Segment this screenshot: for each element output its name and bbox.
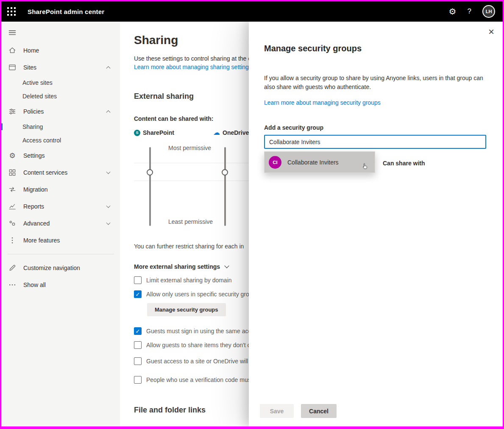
suggestion-name: Collaborate Inviters (287, 159, 339, 166)
sidebar-divider (7, 254, 114, 254)
least-permissive-label: Least permissive (168, 218, 213, 225)
more-features-icon (8, 236, 17, 245)
suggestion-callout: CI Collaborate Inviters (264, 151, 375, 173)
onedrive-icon: ☁ (213, 129, 220, 136)
sidebar-item-label: Active sites (22, 79, 53, 86)
sharepoint-column-header: S SharePoint (134, 129, 213, 136)
policies-icon (8, 107, 17, 116)
sidebar-item-label: Migration (23, 186, 48, 193)
checkbox[interactable] (134, 276, 142, 284)
panel-title: Manage security groups (264, 44, 487, 53)
product-label: SharePoint (143, 129, 174, 136)
group-avatar: CI (269, 156, 281, 169)
chevron-down-icon[interactable] (106, 221, 111, 225)
checkbox-label: Guests must sign in using the same acco (146, 328, 254, 334)
product-label: OneDrive (223, 129, 249, 136)
hamburger-menu-icon[interactable] (2, 23, 22, 42)
settings-gear-icon[interactable]: ⚙ (449, 7, 457, 16)
suggestion-item-collaborate-inviters[interactable]: CI Collaborate Inviters (265, 152, 375, 173)
panel-footer: Save Cancel (260, 404, 337, 418)
sidebar-item-content-services[interactable]: Content services (1, 164, 120, 181)
checkbox-label: Limit external sharing by domain (146, 277, 232, 284)
home-icon (8, 46, 17, 55)
top-bar-actions: ⚙ ? LH (449, 5, 495, 18)
chevron-down-icon[interactable] (106, 170, 111, 174)
more-settings-label: More external sharing settings (134, 263, 220, 270)
checkbox-label: Guest access to a site or OneDrive will … (146, 358, 253, 365)
sidebar-item-label: Sharing (22, 123, 43, 130)
sidebar-item-access-control[interactable]: Access control (1, 134, 120, 147)
sidebar-item-label: Customize navigation (23, 265, 80, 271)
sidebar-item-settings[interactable]: ⚙ Settings (1, 147, 120, 164)
top-bar: SharePoint admin center ⚙ ? LH (1, 1, 503, 22)
can-share-with-column-header: Can share with (383, 160, 425, 167)
learn-more-security-groups-link[interactable]: Learn more about managing security group… (264, 99, 381, 106)
pencil-icon (8, 264, 17, 272)
checkbox[interactable] (134, 290, 142, 298)
chevron-down-icon[interactable] (106, 204, 111, 208)
chevron-up-icon[interactable] (106, 110, 111, 114)
sidebar-item-label: Content services (23, 169, 67, 176)
learn-more-sharing-link[interactable]: Learn more about managing sharing settin… (134, 64, 252, 70)
screenshot-frame: SharePoint admin center ⚙ ? LH Home Site… (0, 0, 504, 429)
sidebar-item-sharing[interactable]: Sharing (1, 120, 120, 134)
account-avatar[interactable]: LH (482, 5, 495, 18)
sharepoint-slider-thumb[interactable] (147, 169, 153, 176)
sites-icon (8, 63, 17, 72)
checkbox[interactable] (134, 327, 142, 335)
migration-icon (8, 185, 17, 194)
panel-description: If you allow a security group to share b… (264, 74, 487, 92)
add-security-group-label: Add a security group (264, 124, 487, 131)
manage-security-groups-panel: × Manage security groups If you allow a … (249, 22, 503, 426)
sidebar-item-more-features[interactable]: More features (1, 232, 120, 249)
sidebar-item-show-all[interactable]: Show all (1, 276, 120, 293)
sidebar-item-advanced[interactable]: Advanced (1, 215, 120, 232)
sidebar-item-label: Policies (23, 108, 44, 115)
chevron-up-icon[interactable] (106, 66, 111, 70)
sidebar-item-active-sites[interactable]: Active sites (1, 76, 120, 89)
checkbox-label: Allow only users in specific security gr… (146, 291, 253, 298)
sidebar-item-label: Reports (23, 203, 44, 210)
manage-security-groups-button[interactable]: Manage security groups (147, 303, 226, 316)
most-permissive-label: Most permissive (168, 145, 211, 151)
checkbox-label: Allow guests to share items they don't o (146, 342, 251, 348)
sidebar-item-home[interactable]: Home (1, 42, 120, 59)
save-button[interactable]: Save (260, 404, 294, 418)
sidebar-item-label: Deleted sites (22, 93, 57, 100)
checkbox-label: People who use a verification code must (146, 376, 253, 383)
app-launcher-icon[interactable] (1, 1, 22, 22)
waffle-dots (7, 7, 16, 16)
sidebar-item-policies[interactable]: Policies (1, 103, 120, 120)
gear-icon: ⚙ (8, 151, 17, 160)
sidebar-item-customize-navigation[interactable]: Customize navigation (1, 259, 120, 276)
advanced-icon (8, 219, 17, 228)
sidebar-item-label: Advanced (23, 220, 50, 227)
sharepoint-icon: S (134, 130, 140, 136)
mouse-cursor-icon (362, 163, 369, 170)
checkbox[interactable] (134, 376, 142, 384)
sidebar-item-label: Home (23, 47, 39, 54)
sidebar-item-label: Show all (23, 281, 46, 288)
close-icon[interactable]: × (488, 27, 494, 37)
cancel-button[interactable]: Cancel (301, 404, 337, 418)
sidebar-item-deleted-sites[interactable]: Deleted sites (1, 89, 120, 103)
onedrive-slider-thumb[interactable] (222, 169, 228, 176)
checkbox[interactable] (134, 341, 142, 349)
sidebar-navigation: Home Sites Active sites Deleted sites Po… (1, 22, 120, 426)
content-services-icon (8, 168, 17, 177)
sharepoint-slider-track[interactable] (149, 147, 151, 226)
app-title: SharePoint admin center (28, 8, 104, 15)
suggestion-region: CI Collaborate Inviters Can share with (264, 149, 487, 208)
onedrive-slider-track[interactable] (224, 147, 226, 226)
sidebar-item-migration[interactable]: Migration (1, 181, 120, 198)
checkbox[interactable] (134, 357, 142, 365)
sidebar-item-reports[interactable]: Reports (1, 198, 120, 215)
sidebar-item-label: Settings (23, 152, 45, 159)
sidebar-item-label: Access control (22, 137, 61, 144)
sidebar-item-label: Sites (23, 64, 36, 71)
help-icon[interactable]: ? (468, 7, 471, 16)
security-group-search-input[interactable] (264, 135, 486, 149)
sidebar-item-label: More features (23, 237, 60, 244)
ellipsis-icon (8, 281, 17, 289)
sidebar-item-sites[interactable]: Sites (1, 59, 120, 76)
